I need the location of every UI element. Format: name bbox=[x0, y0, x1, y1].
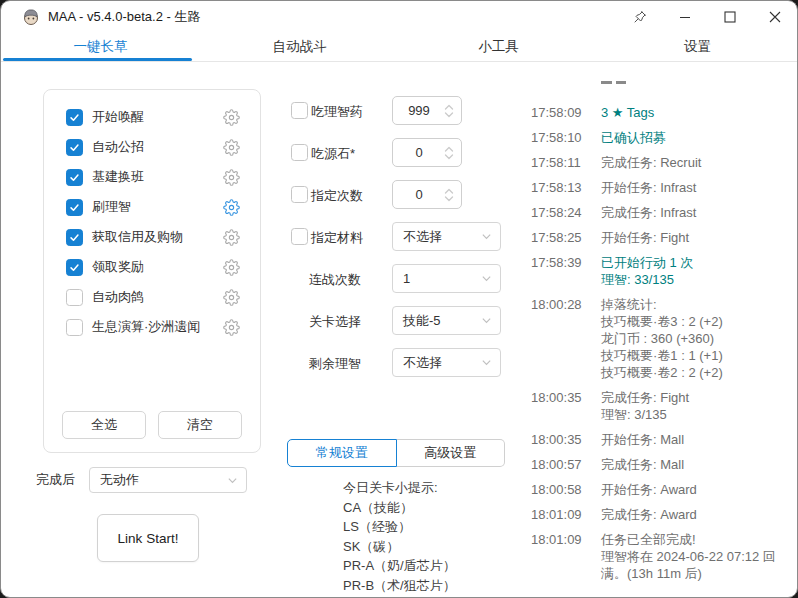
log-message: 完成任务: Mall bbox=[601, 456, 684, 473]
gear-icon[interactable] bbox=[223, 169, 240, 186]
setting-label: 关卡选择 bbox=[309, 313, 361, 331]
number-input[interactable]: 0 bbox=[392, 138, 462, 167]
log-timestamp: 17:58:39 bbox=[531, 254, 601, 288]
chevron-down-icon bbox=[481, 273, 492, 284]
task-label: 基建换班 bbox=[92, 168, 223, 186]
task-label: 开始唤醒 bbox=[92, 108, 223, 126]
task-row: 开始唤醒 bbox=[44, 102, 260, 132]
task-label: 自动公招 bbox=[92, 138, 223, 156]
main-tab-bar: 一键长草自动战斗小工具设置 bbox=[1, 33, 797, 62]
setting-select[interactable]: 不选择 bbox=[392, 222, 501, 251]
gear-icon[interactable] bbox=[223, 139, 240, 156]
spinner-icon[interactable] bbox=[444, 187, 454, 203]
setting-checkbox[interactable] bbox=[291, 102, 308, 119]
tip-line: SK（碳） bbox=[343, 537, 456, 557]
tip-line: PR-A（奶/盾芯片） bbox=[343, 556, 456, 576]
tip-line: CA（技能） bbox=[343, 498, 456, 518]
spinner-icon[interactable] bbox=[444, 145, 454, 161]
setting-label: 剩余理智 bbox=[309, 355, 361, 373]
log-entry: 17:58:13 开始任务: Infrast bbox=[531, 179, 789, 196]
task-row: 生息演算·沙洲遗闻 bbox=[44, 312, 260, 342]
gear-icon[interactable] bbox=[223, 259, 240, 276]
log-entry: 18:00:58 开始任务: Award bbox=[531, 481, 789, 498]
number-input[interactable]: 0 bbox=[392, 180, 462, 209]
log-entry: 17:58:10 已确认招募 bbox=[531, 129, 789, 146]
gear-icon[interactable] bbox=[223, 229, 240, 246]
main-tab-自动战斗[interactable]: 自动战斗 bbox=[200, 33, 399, 61]
task-checkbox[interactable] bbox=[66, 109, 83, 126]
log-message: 掉落统计:技巧概要·卷3 : 2 (+2)龙门币 : 360 (+360)技巧概… bbox=[601, 296, 723, 381]
gear-icon[interactable] bbox=[223, 199, 240, 216]
link-start-button[interactable]: Link Start! bbox=[97, 514, 199, 562]
log-timestamp: 18:00:28 bbox=[531, 296, 601, 381]
log-timestamp: 18:01:09 bbox=[531, 506, 601, 523]
tip-line: PR-B（术/狙芯片） bbox=[343, 576, 456, 596]
log-timestamp: 18:00:35 bbox=[531, 389, 601, 423]
task-row: 基建换班 bbox=[44, 162, 260, 192]
task-row: 刷理智 bbox=[44, 192, 260, 222]
log-message: 完成任务: Fight理智: 3/135 bbox=[601, 389, 689, 423]
settings-tab[interactable]: 高级设置 bbox=[397, 439, 506, 467]
gear-icon[interactable] bbox=[223, 289, 240, 306]
log-timestamp: 17:58:10 bbox=[531, 129, 601, 146]
fight-setting-row: 吃源石* 0 bbox=[290, 138, 506, 167]
minimize-button[interactable] bbox=[662, 1, 707, 33]
select-all-button[interactable]: 全选 bbox=[62, 411, 146, 439]
maximize-button[interactable] bbox=[707, 1, 752, 33]
task-checkbox[interactable] bbox=[66, 139, 83, 156]
log-entry: 18:00:57 完成任务: Mall bbox=[531, 456, 789, 473]
gear-icon[interactable] bbox=[223, 109, 240, 126]
log-timestamp: 17:58:24 bbox=[531, 204, 601, 221]
settings-tab-bar: 常规设置高级设置 bbox=[287, 439, 505, 467]
setting-checkbox[interactable] bbox=[291, 144, 308, 161]
number-input[interactable]: 999 bbox=[392, 96, 462, 125]
gear-icon[interactable] bbox=[223, 319, 240, 336]
setting-label: 吃源石* bbox=[311, 145, 355, 163]
log-entry: 17:58:24 完成任务: Infrast bbox=[531, 204, 789, 221]
log-message: 3 ★ Tags bbox=[601, 104, 654, 121]
task-checkbox[interactable] bbox=[66, 259, 83, 276]
setting-label: 指定次数 bbox=[311, 187, 363, 205]
log-message: 开始任务: Mall bbox=[601, 431, 684, 448]
close-button[interactable] bbox=[752, 1, 797, 33]
setting-select[interactable]: 技能-5 bbox=[392, 306, 501, 335]
log-panel: 17:58:09 3 ★ Tags 17:58:10 已确认招募 17:58:1… bbox=[531, 79, 789, 590]
log-entry: 17:58:11 完成任务: Recruit bbox=[531, 154, 789, 171]
main-tab-小工具[interactable]: 小工具 bbox=[399, 33, 598, 61]
clear-button[interactable]: 清空 bbox=[158, 411, 242, 439]
settings-tab[interactable]: 常规设置 bbox=[287, 439, 397, 467]
log-timestamp: 18:00:58 bbox=[531, 481, 601, 498]
fight-setting-row: 指定次数 0 bbox=[290, 180, 506, 209]
task-row: 领取奖励 bbox=[44, 252, 260, 282]
log-entry: 18:00:35 开始任务: Mall bbox=[531, 431, 789, 448]
main-tab-一键长草[interactable]: 一键长草 bbox=[1, 33, 200, 61]
setting-select[interactable]: 不选择 bbox=[392, 348, 501, 377]
log-entry: 18:00:35 完成任务: Fight理智: 3/135 bbox=[531, 389, 789, 423]
pin-button[interactable] bbox=[617, 1, 662, 33]
task-checkbox[interactable] bbox=[66, 289, 83, 306]
after-finish-select[interactable]: 无动作 bbox=[89, 467, 247, 493]
setting-select[interactable]: 1 bbox=[392, 264, 501, 293]
main-tab-设置[interactable]: 设置 bbox=[598, 33, 797, 61]
app-logo-icon bbox=[22, 8, 40, 26]
log-entry: 18:01:09 完成任务: Award bbox=[531, 506, 789, 523]
log-message: 已开始行动 1 次理智: 33/135 bbox=[601, 254, 693, 288]
spinner-icon[interactable] bbox=[444, 103, 454, 119]
task-checkbox[interactable] bbox=[66, 169, 83, 186]
task-row: 自动肉鸽 bbox=[44, 282, 260, 312]
task-checkbox[interactable] bbox=[66, 319, 83, 336]
tip-line: LS（经验） bbox=[343, 517, 456, 537]
setting-checkbox[interactable] bbox=[291, 228, 308, 245]
task-checkbox[interactable] bbox=[66, 199, 83, 216]
tip-line: 今日关卡小提示: bbox=[343, 478, 456, 498]
log-timestamp: 17:58:13 bbox=[531, 179, 601, 196]
setting-checkbox[interactable] bbox=[291, 186, 308, 203]
fight-setting-row: 连战次数 1 bbox=[290, 264, 506, 293]
fight-setting-row: 吃理智药 999 bbox=[290, 96, 506, 125]
task-checkbox[interactable] bbox=[66, 229, 83, 246]
task-label: 自动肉鸽 bbox=[92, 288, 223, 306]
log-message: 开始任务: Award bbox=[601, 481, 697, 498]
log-entry: 17:58:25 开始任务: Fight bbox=[531, 229, 789, 246]
log-message: 已确认招募 bbox=[601, 129, 666, 146]
setting-label: 指定材料 bbox=[311, 229, 363, 247]
